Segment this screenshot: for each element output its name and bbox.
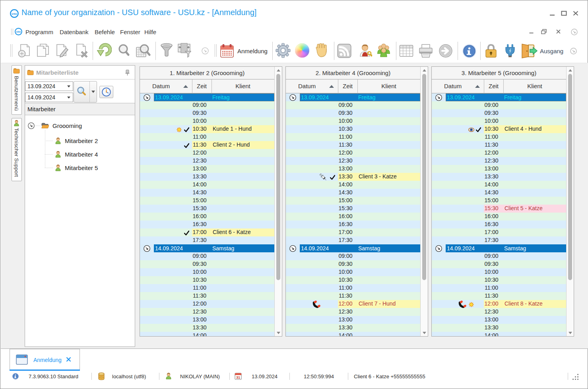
svg-text:usu: usu: [12, 12, 17, 15]
svg-text:usu: usu: [16, 30, 21, 33]
svg-text:31: 31: [236, 375, 240, 379]
